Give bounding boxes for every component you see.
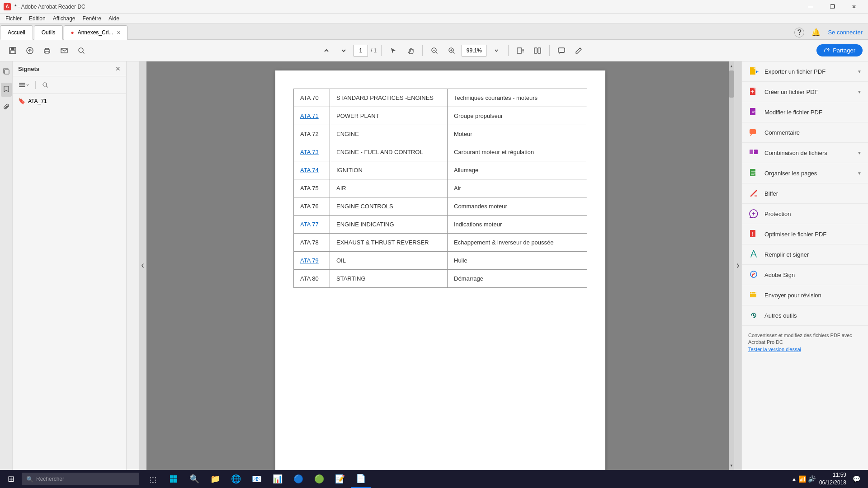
share-button[interactable]: Partager [816, 44, 863, 56]
tab-document[interactable]: ● Annexes_Cri... ✕ [64, 25, 127, 40]
right-panel-expand-arrow[interactable]: ▼ [857, 69, 862, 74]
sidebar-find-btn[interactable] [39, 79, 51, 91]
right-panel-expand-arrow[interactable]: ▼ [857, 150, 862, 155]
sidebar-list-view-btn[interactable] [16, 79, 32, 91]
login-button[interactable]: Se connecter [828, 29, 863, 36]
hand-tool-button[interactable] [403, 43, 418, 58]
table-cell-code[interactable]: ATA 71 [294, 107, 330, 125]
right-panel-item[interactable]: Modifier le fichier PDF [742, 102, 868, 122]
table-cell-code[interactable]: ATA 73 [294, 143, 330, 161]
sidebar-collapse-button[interactable] [139, 61, 146, 470]
divider-2 [422, 45, 423, 56]
close-button[interactable]: ✕ [844, 0, 864, 14]
save-button[interactable] [5, 43, 20, 58]
right-panel-item[interactable]: Adobe Sign [742, 265, 868, 285]
start-button[interactable]: ⊞ [0, 470, 22, 488]
fit-page-button[interactable] [513, 43, 528, 58]
right-panel-item[interactable]: Exporter un fichier PDF▼ [742, 61, 868, 82]
page-down-button[interactable] [336, 43, 351, 58]
scroll-down-button[interactable]: ▼ [729, 461, 734, 470]
right-panel-item[interactable]: Biffer [742, 183, 868, 204]
tab-tools[interactable]: Outils [34, 25, 63, 40]
taskbar-word[interactable]: 📝 [330, 470, 350, 488]
toolbar-right: Partager [816, 44, 863, 56]
taskbar-acrobat[interactable]: 📄 [351, 470, 371, 488]
minimize-button[interactable]: — [800, 0, 821, 14]
page-up-button[interactable] [319, 43, 334, 58]
taskbar-folder[interactable]: 📁 [205, 470, 225, 488]
page-number-input[interactable]: 1 [354, 45, 368, 56]
right-panel-item[interactable]: Protection [742, 204, 868, 224]
right-panel-item[interactable]: Commentaire [742, 122, 868, 143]
app-icon: A [4, 3, 11, 10]
document-scroll-area[interactable]: ▲ ▼ ATA 70STANDARD PRACTICES -ENGINESTec… [146, 61, 734, 470]
right-panel-item[interactable]: Remplir et signer [742, 244, 868, 265]
menu-affichage[interactable]: Affichage [49, 14, 79, 23]
taskbar-other-1[interactable]: 🟢 [309, 470, 329, 488]
table-cell-en: IGNITION [330, 161, 448, 179]
taskbar-notification-btn[interactable]: 💬 [850, 470, 863, 488]
taskbar-excel[interactable]: 📊 [268, 470, 288, 488]
taskbar-ie[interactable]: 🌐 [226, 470, 246, 488]
edit-button[interactable] [571, 43, 586, 58]
sidebar-close-button[interactable]: ✕ [115, 65, 121, 72]
menu-edition[interactable]: Edition [25, 14, 49, 23]
zoom-input[interactable] [462, 45, 486, 56]
taskbar-clock[interactable]: 11:59 06/12/2018 [819, 471, 846, 487]
sidebar-bookmark-tab[interactable] [1, 83, 12, 97]
toolbar-center: 1 / 1 [90, 43, 815, 58]
upload-button[interactable] [23, 43, 37, 58]
scroll-up-button[interactable]: ▲ [729, 61, 734, 70]
search-toolbar-button[interactable] [74, 43, 89, 58]
help-icon[interactable]: ? [794, 28, 804, 38]
right-panel-item[interactable]: Créer un fichier PDF▼ [742, 82, 868, 102]
taskbar-task-view[interactable]: ⬚ [143, 470, 163, 488]
comment-button[interactable] [554, 43, 569, 58]
taskbar-search[interactable]: 🔍 Rechercher [22, 473, 139, 485]
sidebar-copy-icon[interactable] [1, 65, 12, 79]
taskbar-outlook[interactable]: 📧 [247, 470, 267, 488]
taskbar-explorer-1[interactable] [164, 470, 184, 488]
tab-home[interactable]: Accueil [0, 25, 33, 40]
taskbar-chrome[interactable]: 🔵 [288, 470, 308, 488]
menu-fenetre[interactable]: Fenêtre [79, 14, 105, 23]
table-cell-fr: Commandes moteur [448, 197, 587, 216]
taskbar-cortana[interactable]: 🔍 [184, 470, 204, 488]
promo-link[interactable]: Tester la version d'essai [748, 347, 801, 352]
table-cell-code[interactable]: ATA 74 [294, 161, 330, 179]
zoom-out-button[interactable] [427, 43, 442, 58]
zoom-in-button[interactable] [444, 43, 459, 58]
right-panel-item[interactable]: Organiser les pages▼ [742, 163, 868, 183]
cursor-tool-button[interactable] [386, 43, 401, 58]
maximize-button[interactable]: ❐ [822, 0, 843, 14]
right-panel-item[interactable]: Optimiser le fichier PDF [742, 224, 868, 244]
bookmark-ata71[interactable]: 🔖 ATA_71 [14, 96, 124, 106]
ata-code-link[interactable]: ATA 79 [300, 257, 319, 264]
print-button[interactable] [40, 43, 54, 58]
right-panel-item[interactable]: Autres outils [742, 305, 868, 326]
menu-aide[interactable]: Aide [105, 14, 123, 23]
sidebar-attach-tab[interactable] [1, 100, 12, 114]
email-button[interactable] [57, 43, 71, 58]
ata-code-link[interactable]: ATA 71 [300, 113, 319, 119]
right-panel-item[interactable]: Envoyer pour révision [742, 285, 868, 305]
zoom-dropdown-button[interactable] [489, 43, 504, 58]
ata-code-link[interactable]: ATA 77 [300, 221, 319, 228]
taskbar-right: ▲ 📶 🔊 11:59 06/12/2018 💬 [792, 470, 868, 488]
table-cell-code[interactable]: ATA 79 [294, 252, 330, 270]
taskbar-arrow-up[interactable]: ▲ [792, 476, 797, 482]
right-panel-collapse-button[interactable] [734, 61, 741, 470]
view-mode-button[interactable] [530, 43, 545, 58]
ata-code-link[interactable]: ATA 73 [300, 149, 319, 155]
tab-close-button[interactable]: ✕ [117, 30, 121, 36]
right-panel-item[interactable]: Combinaison de fichiers▼ [742, 143, 868, 163]
ata-code-link[interactable]: ATA 74 [300, 167, 319, 174]
table-row: ATA 79OILHuile [294, 252, 587, 270]
notification-icon[interactable]: 🔔 [811, 28, 821, 37]
table-cell-code[interactable]: ATA 77 [294, 216, 330, 234]
right-panel-expand-arrow[interactable]: ▼ [857, 171, 862, 176]
menu-fichier[interactable]: Fichier [2, 14, 25, 23]
table-cell-fr: Démarrage [448, 270, 587, 288]
right-panel-expand-arrow[interactable]: ▼ [857, 89, 862, 94]
scroll-thumb[interactable] [729, 70, 734, 98]
